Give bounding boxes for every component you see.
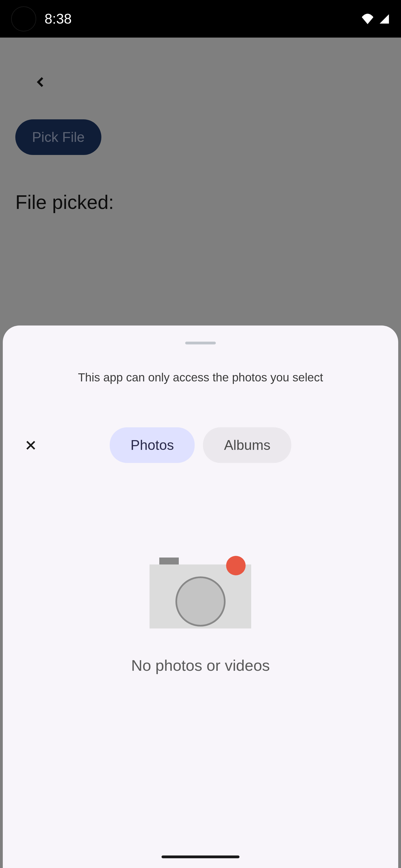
- empty-state-message: No photos or videos: [131, 656, 270, 674]
- tab-albums[interactable]: Albums: [203, 427, 291, 463]
- camera-cutout: [11, 6, 36, 31]
- cellular-icon: [379, 13, 390, 25]
- wifi-icon: [361, 13, 375, 25]
- camera-illustration: [149, 558, 251, 628]
- drag-handle[interactable]: [185, 342, 216, 344]
- picker-toolbar: Photos Albums: [3, 427, 398, 463]
- close-button[interactable]: [21, 435, 40, 455]
- close-icon: [23, 438, 38, 453]
- navigation-handle[interactable]: [162, 856, 239, 858]
- access-permission-message: This app can only access the photos you …: [78, 371, 323, 384]
- camera-flash-indicator: [226, 556, 246, 575]
- status-time: 8:38: [45, 11, 71, 27]
- camera-lens: [175, 577, 226, 626]
- photo-picker-sheet: This app can only access the photos you …: [3, 326, 398, 868]
- tab-photos[interactable]: Photos: [110, 427, 195, 463]
- status-bar-left: 8:38: [11, 6, 71, 31]
- status-bar: 8:38: [0, 0, 401, 37]
- empty-state: No photos or videos: [131, 558, 270, 674]
- status-bar-right: [361, 13, 390, 25]
- tab-segmented-control: Photos Albums: [110, 427, 291, 463]
